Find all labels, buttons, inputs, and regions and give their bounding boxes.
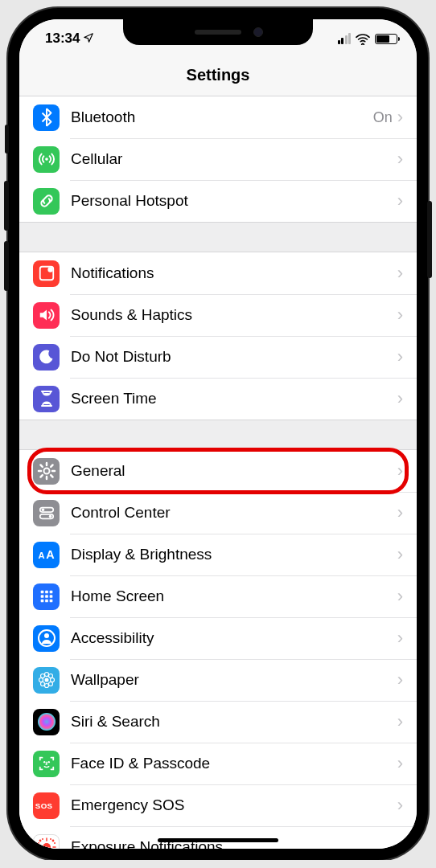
- row-label: Bluetooth: [71, 108, 373, 126]
- chevron-right-icon: ›: [397, 305, 403, 326]
- svg-rect-18: [49, 600, 52, 603]
- row-label: Face ID & Passcode: [71, 755, 397, 772]
- settings-row-screentime[interactable]: Screen Time›: [19, 378, 417, 420]
- settings-row-homescreen[interactable]: Home Screen›: [19, 575, 417, 617]
- settings-row-exposure[interactable]: Exposure Notifications›: [19, 826, 417, 849]
- settings-row-notifications[interactable]: Notifications›: [19, 252, 417, 294]
- settings-row-sos[interactable]: SOSEmergency SOS›: [19, 784, 417, 826]
- settings-row-controlcenter[interactable]: Control Center›: [19, 492, 417, 534]
- svg-point-24: [39, 678, 43, 682]
- speaker-icon: [33, 302, 60, 329]
- row-label: Do Not Disturb: [71, 348, 397, 366]
- svg-rect-10: [40, 591, 43, 594]
- svg-point-26: [40, 674, 44, 678]
- sos-icon: SOS: [33, 792, 60, 819]
- screen: 13:34 Settings BluetoothOn›Cellular›Pers…: [19, 19, 417, 849]
- row-label: Emergency SOS: [71, 796, 397, 814]
- row-label: Cellular: [71, 150, 397, 168]
- svg-point-43: [42, 838, 43, 840]
- row-label: Personal Hotspot: [71, 192, 397, 210]
- svg-point-25: [50, 678, 54, 682]
- faceid-icon: [33, 751, 60, 777]
- group-separator: [19, 222, 417, 252]
- power-button: [427, 201, 432, 278]
- svg-point-23: [44, 684, 48, 688]
- row-label: Display & Brightness: [71, 546, 397, 563]
- settings-row-display[interactable]: AADisplay & Brightness›: [19, 534, 417, 575]
- svg-point-39: [39, 840, 41, 842]
- antenna-icon: [33, 146, 60, 173]
- svg-point-31: [43, 761, 45, 763]
- bluetooth-icon: [33, 104, 60, 131]
- svg-point-30: [38, 713, 56, 731]
- settings-row-siri[interactable]: Siri & Search›: [19, 701, 417, 743]
- settings-list[interactable]: BluetoothOn›Cellular›Personal Hotspot›No…: [19, 96, 417, 849]
- row-label: General: [71, 462, 397, 480]
- svg-point-2: [47, 267, 52, 272]
- volume-down-button: [4, 241, 9, 291]
- svg-point-7: [48, 515, 51, 518]
- row-label: Screen Time: [71, 390, 397, 407]
- svg-point-3: [43, 469, 49, 474]
- home-indicator[interactable]: [158, 838, 278, 842]
- switches-icon: [33, 500, 60, 526]
- grid-icon: [33, 583, 60, 610]
- chevron-right-icon: ›: [397, 795, 403, 816]
- svg-text:A: A: [38, 551, 44, 560]
- svg-rect-11: [45, 591, 48, 594]
- svg-point-28: [40, 682, 44, 686]
- svg-point-0: [45, 158, 48, 161]
- chevron-right-icon: ›: [397, 346, 403, 367]
- location-arrow-icon: [83, 32, 94, 46]
- settings-row-hotspot[interactable]: Personal Hotspot›: [19, 180, 417, 222]
- chevron-right-icon: ›: [397, 544, 403, 565]
- navigation-title-bar: Settings: [19, 56, 417, 96]
- settings-row-accessibility[interactable]: Accessibility›: [19, 617, 417, 659]
- chevron-right-icon: ›: [397, 461, 403, 481]
- svg-point-5: [41, 509, 44, 512]
- row-label: Accessibility: [71, 629, 397, 647]
- settings-group: General›Control Center›AADisplay & Brigh…: [19, 450, 417, 849]
- row-label: Siri & Search: [71, 713, 397, 731]
- chevron-right-icon: ›: [397, 107, 403, 128]
- cell-signal-icon: [338, 33, 352, 44]
- phone-frame: 13:34 Settings BluetoothOn›Cellular›Pers…: [8, 8, 428, 860]
- svg-point-22: [44, 673, 48, 677]
- svg-point-21: [44, 678, 48, 682]
- aa-icon: AA: [33, 542, 60, 568]
- chevron-right-icon: ›: [397, 586, 403, 607]
- flower-icon: [33, 667, 60, 694]
- svg-text:SOS: SOS: [35, 801, 52, 810]
- settings-row-wallpaper[interactable]: Wallpaper›: [19, 659, 417, 701]
- status-time: 13:34: [45, 31, 80, 47]
- row-label: Wallpaper: [71, 671, 397, 689]
- chevron-right-icon: ›: [397, 149, 403, 170]
- chevron-right-icon: ›: [397, 837, 403, 849]
- settings-group: Notifications›Sounds & Haptics›Do Not Di…: [19, 252, 417, 420]
- hourglass-icon: [33, 386, 60, 412]
- row-label: Home Screen: [71, 588, 397, 605]
- settings-row-faceid[interactable]: Face ID & Passcode›: [19, 743, 417, 784]
- battery-icon: [375, 34, 397, 44]
- row-value: On: [373, 109, 393, 126]
- chevron-right-icon: ›: [397, 628, 403, 649]
- settings-row-cellular[interactable]: Cellular›: [19, 138, 417, 180]
- svg-rect-12: [49, 591, 52, 594]
- svg-point-40: [51, 840, 54, 842]
- settings-group: BluetoothOn›Cellular›Personal Hotspot›: [19, 96, 417, 222]
- svg-point-34: [43, 843, 51, 849]
- siri-icon: [33, 709, 60, 735]
- settings-row-bluetooth[interactable]: BluetoothOn›: [19, 96, 417, 138]
- settings-row-general[interactable]: General›: [19, 450, 417, 492]
- svg-rect-17: [45, 600, 48, 603]
- settings-row-sounds[interactable]: Sounds & Haptics›: [19, 294, 417, 336]
- person-circle-icon: [33, 625, 60, 652]
- chevron-right-icon: ›: [397, 190, 403, 211]
- settings-row-dnd[interactable]: Do Not Disturb›: [19, 336, 417, 378]
- svg-point-45: [38, 842, 39, 844]
- group-separator: [19, 420, 417, 450]
- chevron-right-icon: ›: [397, 502, 403, 523]
- svg-rect-14: [45, 595, 48, 598]
- svg-point-46: [54, 842, 56, 844]
- svg-rect-13: [40, 595, 43, 598]
